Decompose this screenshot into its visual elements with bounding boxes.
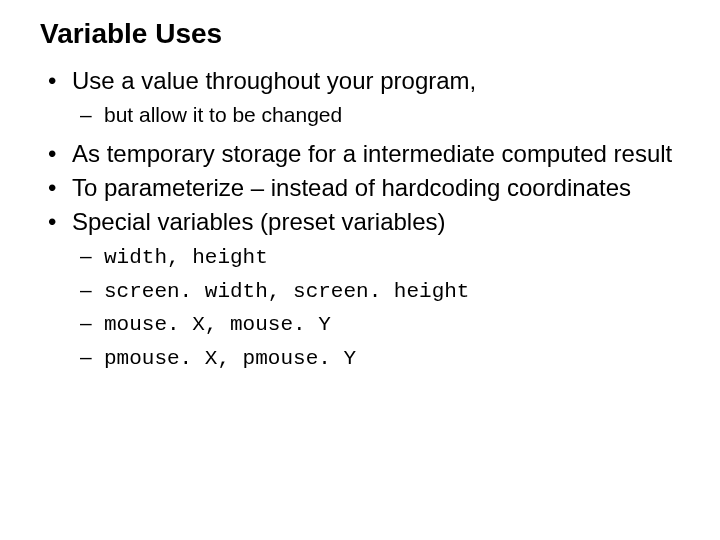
- bullet-text-code: screen. width, screen. height: [104, 280, 469, 303]
- bullet-text: Use a value throughout your program,: [72, 67, 476, 94]
- list-item: but allow it to be changed: [72, 100, 696, 129]
- slide: Variable Uses Use a value throughout you…: [0, 0, 720, 407]
- list-item: As temporary storage for a intermediate …: [40, 139, 696, 169]
- bullet-text: but allow it to be changed: [104, 103, 342, 126]
- bullet-text-code: width, height: [104, 246, 268, 269]
- list-item: width, height: [72, 241, 696, 272]
- bullet-text: As temporary storage for a intermediate …: [72, 140, 672, 167]
- list-item: Special variables (preset variables) wid…: [40, 207, 696, 373]
- list-item: screen. width, screen. height: [72, 275, 696, 306]
- bullet-text: Special variables (preset variables): [72, 208, 446, 235]
- list-item: mouse. X, mouse. Y: [72, 308, 696, 339]
- sub-list: but allow it to be changed: [72, 100, 696, 129]
- bullet-text: To parameterize – instead of hardcoding …: [72, 174, 631, 201]
- list-item: To parameterize – instead of hardcoding …: [40, 173, 696, 203]
- bullet-text-code: mouse. X, mouse. Y: [104, 313, 331, 336]
- bullet-list: Use a value throughout your program, but…: [40, 66, 696, 373]
- slide-title: Variable Uses: [40, 18, 696, 50]
- sub-list: width, height screen. width, screen. hei…: [72, 241, 696, 373]
- list-item: pmouse. X, pmouse. Y: [72, 342, 696, 373]
- list-item: Use a value throughout your program, but…: [40, 66, 696, 129]
- bullet-text-code: pmouse. X, pmouse. Y: [104, 347, 356, 370]
